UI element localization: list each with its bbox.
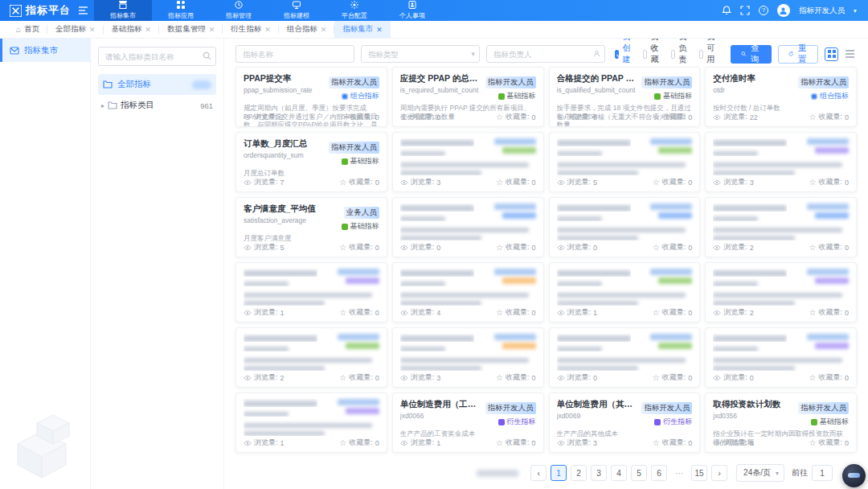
metric-card[interactable]: 订单数_月度汇总 ordersquantity_sum 指标开发人员 基础指标 … (235, 132, 387, 192)
main-menu-item[interactable]: 指标应用 (152, 0, 210, 21)
metric-name-field (235, 45, 354, 63)
page-tab[interactable]: 衍生指标 ✕ (223, 21, 279, 38)
metric-card[interactable]: 浏览量: 3 ☆ 收藏量: 0 (705, 132, 857, 192)
metric-card[interactable]: 取得投资款计划数 jxd0356 指标开发人员 基础指标 指企业预计在一定时期内… (705, 392, 857, 453)
prev-page-button[interactable]: ‹ (530, 465, 547, 481)
main-menu-item[interactable]: 指标集市 (94, 0, 152, 21)
main-menu-item[interactable]: 指标管理 (210, 0, 268, 21)
favorites-stat[interactable]: ☆ 收藏量: 0 (496, 307, 536, 318)
main-menu-item[interactable]: 平台配置 (326, 0, 383, 21)
favorites-stat[interactable]: ☆ 收藏量: 0 (653, 307, 693, 318)
metric-owner-input[interactable] (486, 45, 605, 63)
favorites-stat[interactable]: ☆ 收藏量: 0 (496, 112, 536, 122)
favorites-stat[interactable]: ☆ 收藏量: 0 (496, 242, 536, 253)
favorites-stat[interactable]: ☆ 收藏量: 0 (339, 112, 379, 122)
close-icon[interactable]: ✕ (321, 26, 327, 34)
favorites-stat[interactable]: ☆ 收藏量: 0 (653, 242, 693, 253)
favorites-stat[interactable]: ☆ 收藏量: 0 (809, 307, 850, 318)
metric-name-input[interactable] (235, 45, 354, 63)
metric-card[interactable]: 浏览量: 0 ☆ 收藏量: 0 (392, 197, 544, 257)
main-menu-item[interactable]: 个人事项 (383, 0, 441, 21)
page-tab[interactable]: 基础指标 ✕ (104, 21, 160, 38)
list-view-icon[interactable] (843, 47, 857, 61)
metric-card[interactable]: 单位制造费用（工资奖金） jxd0066 指标开发人员 衍生指标 生产产品的工资… (392, 392, 544, 453)
page-number-button[interactable]: 3 (591, 465, 607, 481)
metric-card[interactable]: 浏览量: 1 ☆ 收藏量: 0 (235, 392, 387, 453)
page-number-button[interactable]: 6 (651, 465, 667, 481)
goto-page-input[interactable] (812, 465, 833, 481)
next-page-button[interactable]: › (711, 465, 727, 481)
page-tab[interactable]: 组合指标 ✕ (279, 21, 335, 38)
tab-home[interactable]: ⌂ 首页 (8, 21, 47, 38)
favorites-stat[interactable]: ☆ 收藏量: 0 (809, 438, 850, 448)
favorites-stat[interactable]: ☆ 收藏量: 0 (339, 307, 379, 318)
favorites-stat[interactable]: ☆ 收藏量: 0 (496, 438, 536, 448)
page-number-button[interactable]: 1 (551, 465, 567, 481)
metric-type-select[interactable] (361, 45, 480, 63)
metric-card[interactable]: 浏览量: 4 ☆ 收藏量: 0 (392, 262, 544, 323)
close-icon[interactable]: ✕ (145, 26, 152, 34)
help-icon[interactable]: ? (759, 6, 768, 15)
metric-card[interactable]: 浏览量: 0 ☆ 收藏量: 0 (705, 327, 857, 388)
page-number-button[interactable]: 2 (571, 465, 587, 481)
favorites-stat[interactable]: ☆ 收藏量: 0 (339, 372, 379, 383)
page-number-button[interactable]: ··· (671, 465, 687, 481)
metric-card[interactable]: 浏览量: 5 ☆ 收藏量: 0 (549, 132, 701, 192)
page-number-button[interactable]: 5 (631, 465, 647, 481)
metric-card[interactable]: 浏览量: 0 ☆ 收藏量: 0 (549, 197, 701, 257)
favorites-stat[interactable]: ☆ 收藏量: 0 (653, 112, 693, 122)
fullscreen-icon[interactable] (740, 6, 750, 15)
metric-card[interactable]: 合格提交的 PPAP 项目数 is_qualified_submit_count… (549, 67, 701, 127)
favorites-stat[interactable]: ☆ 收藏量: 0 (809, 242, 850, 253)
favorites-stat[interactable]: ☆ 收藏量: 0 (339, 242, 379, 253)
metric-card[interactable]: 应提交 PPAP 的总项目数 is_required_submit_count … (392, 67, 544, 127)
favorites-stat[interactable]: ☆ 收藏量: 0 (809, 112, 850, 122)
favorites-stat[interactable]: ☆ 收藏量: 0 (809, 177, 850, 187)
page-size-select[interactable]: 24条/页 ▾ (736, 464, 784, 482)
notification-bell-icon[interactable] (722, 6, 731, 15)
favorites-stat[interactable]: ☆ 收藏量: 0 (339, 177, 379, 187)
favorites-stat[interactable]: ☆ 收藏量: 0 (809, 372, 850, 383)
sidebar-item-metric-market[interactable]: 指标集市 (0, 39, 90, 62)
reset-button[interactable]: 重置 (778, 45, 819, 64)
metric-card[interactable]: 客户满意度_平均值 satisfaction_average 业务人员 基础指标… (235, 197, 387, 257)
metric-card[interactable]: 浏览量: 2 ☆ 收藏量: 0 (235, 327, 387, 388)
close-icon[interactable]: ✕ (376, 26, 383, 34)
favorites-stat[interactable]: ☆ 收藏量: 0 (653, 438, 693, 448)
page-tab[interactable]: 数据集管理 ✕ (159, 21, 223, 38)
query-button[interactable]: 查询 (731, 45, 772, 64)
close-icon[interactable]: ✕ (209, 26, 215, 34)
metric-card[interactable]: 交付准时率 otdr 指标开发人员 组合指标 按时交付数 / 总订单数 浏览量:… (705, 67, 857, 127)
favorites-stat[interactable]: ☆ 收藏量: 0 (339, 438, 379, 448)
metric-card[interactable]: 浏览量: 3 ☆ 收藏量: 0 (392, 132, 544, 192)
page-number-button[interactable]: 4 (611, 465, 627, 481)
favorites-stat[interactable]: ☆ 收藏量: 0 (496, 177, 536, 187)
favorites-stat[interactable]: ☆ 收藏量: 0 (653, 177, 693, 187)
collapse-menu-icon[interactable] (77, 0, 94, 21)
user-name[interactable]: 指标开发人员 (799, 6, 845, 16)
metric-card[interactable]: 浏览量: 2 ☆ 收藏量: 0 (705, 262, 857, 323)
tree-item-all-metrics[interactable]: 全部指标 (98, 74, 216, 95)
user-menu-caret-icon[interactable]: ▾ (854, 7, 857, 14)
favorites-stat[interactable]: ☆ 收藏量: 0 (653, 372, 693, 383)
page-number-button[interactable]: 15 (691, 465, 707, 481)
assistant-robot-button[interactable] (842, 464, 866, 487)
main-menu-item[interactable]: 指标建模 (268, 0, 326, 21)
page-tab[interactable]: 全部指标 ✕ (47, 21, 104, 38)
category-search-input[interactable] (98, 47, 216, 66)
close-icon[interactable]: ✕ (264, 26, 271, 34)
metric-card[interactable]: 浏览量: 1 ☆ 收藏量: 0 (235, 262, 387, 323)
metric-card[interactable]: 浏览量: 0 ☆ 收藏量: 0 (549, 327, 701, 388)
metric-card[interactable]: 单位制造费用（其他） jxd0069 指标开发人员 衍生指标 生产产品的其他成本… (549, 392, 701, 453)
close-icon[interactable]: ✕ (89, 26, 96, 34)
page-tab[interactable]: 指标集市 ✕ (334, 21, 391, 38)
metric-card[interactable]: 浏览量: 2 ☆ 收藏量: 0 (705, 197, 857, 257)
metric-card[interactable]: PPAP提交率 ppap_submission_rate 指标开发人员 组合指标… (235, 67, 387, 127)
card-view-icon[interactable] (825, 47, 838, 61)
metric-card[interactable]: 浏览量: 3 ☆ 收藏量: 0 (392, 327, 544, 388)
favorites-stat[interactable]: ☆ 收藏量: 0 (496, 372, 536, 383)
metric-card[interactable]: 浏览量: 1 ☆ 收藏量: 0 (549, 262, 701, 323)
user-avatar[interactable] (777, 4, 790, 17)
tree-item-metric-category[interactable]: ▸ 指标类目 961 (98, 95, 216, 116)
expand-caret-icon[interactable]: ▸ (101, 102, 104, 109)
